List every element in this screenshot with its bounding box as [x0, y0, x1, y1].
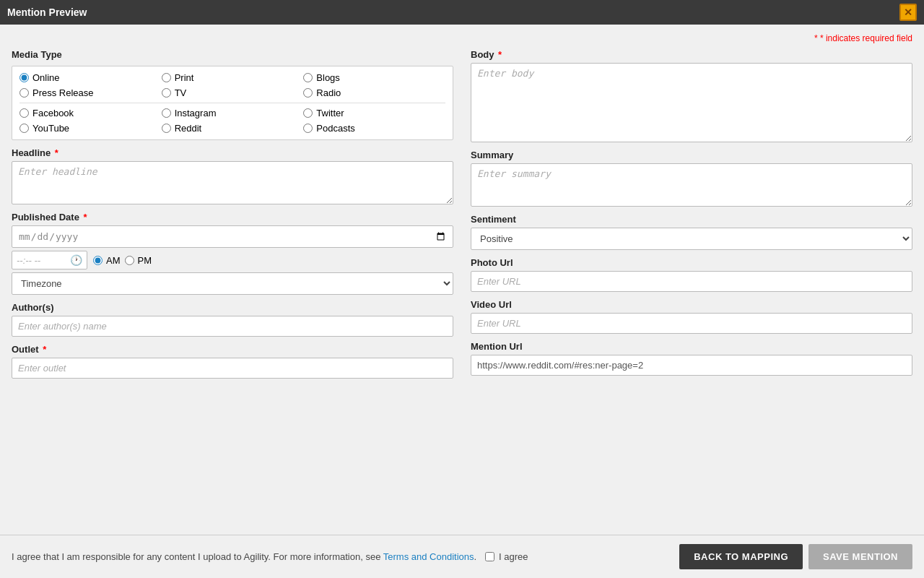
left-column: Media Type Online Print Blogs: [12, 49, 453, 526]
headline-group: Headline *: [12, 147, 453, 204]
radio-podcasts[interactable]: Podcasts: [303, 123, 445, 134]
radio-online[interactable]: Online: [19, 72, 162, 83]
published-date-group: Published Date * 🕐 AM: [12, 212, 453, 295]
radio-radio[interactable]: Radio: [303, 87, 445, 98]
video-url-group: Video Url: [471, 299, 912, 334]
headline-label: Headline *: [12, 147, 453, 158]
footer-agreement: I agree that I am responsible for any co…: [12, 551, 679, 562]
mention-url-group: Mention Url: [471, 341, 912, 376]
radio-divider: [19, 103, 445, 103]
photo-url-input[interactable]: [471, 271, 912, 292]
main-grid: Media Type Online Print Blogs: [12, 49, 912, 526]
sentiment-select[interactable]: Positive Neutral Negative: [471, 228, 912, 250]
radio-twitter-input[interactable]: [303, 108, 313, 118]
radio-youtube-input[interactable]: [19, 124, 29, 133]
media-type-row2: Facebook Instagram Twitter YouTube: [19, 108, 445, 134]
radio-instagram-input[interactable]: [162, 108, 171, 118]
radio-reddit[interactable]: Reddit: [162, 123, 304, 134]
radio-press-release[interactable]: Press Release: [19, 87, 162, 98]
agree-checkbox-wrap: I agree: [485, 551, 528, 562]
window-title: Mention Preview: [7, 7, 87, 18]
sentiment-group: Sentiment Positive Neutral Negative: [471, 214, 912, 250]
media-type-label: Media Type: [12, 49, 453, 60]
photo-url-group: Photo Url: [471, 257, 912, 292]
radio-blogs-input[interactable]: [303, 73, 313, 82]
body-label: Body *: [471, 49, 912, 60]
terms-link[interactable]: Terms and Conditions: [383, 551, 474, 562]
back-to-mapping-button[interactable]: BACK TO MAPPING: [679, 544, 803, 569]
bottom-bar: I agree that I am responsible for any co…: [0, 535, 924, 578]
save-mention-button[interactable]: SAVE MENTION: [808, 544, 912, 569]
radio-press-release-input[interactable]: [19, 88, 29, 98]
summary-label: Summary: [471, 150, 912, 160]
sentiment-label: Sentiment: [471, 214, 912, 225]
radio-tv-input[interactable]: [162, 88, 171, 98]
mention-preview-window: Mention Preview ✕ * * indicates required…: [0, 0, 924, 578]
date-input[interactable]: [12, 225, 453, 248]
body-group: Body *: [471, 49, 912, 142]
mention-url-label: Mention Url: [471, 341, 912, 352]
summary-input[interactable]: [471, 163, 912, 207]
required-star: *: [814, 33, 818, 43]
media-type-row1: Online Print Blogs Press Release: [19, 72, 445, 98]
outlet-group: Outlet *: [12, 344, 453, 379]
ampm-group: AM PM: [93, 255, 152, 266]
radio-twitter[interactable]: Twitter: [303, 108, 445, 118]
media-type-group: Media Type Online Print Blogs: [12, 49, 453, 140]
right-column: Body * Summary Sentiment Positive Neutra…: [471, 49, 912, 526]
clock-icon: 🕐: [70, 254, 82, 266]
radio-pm[interactable]: PM: [125, 255, 152, 266]
photo-url-label: Photo Url: [471, 257, 912, 268]
mention-url-input[interactable]: [471, 355, 912, 376]
content-area: * * indicates required field Media Type …: [0, 25, 924, 535]
agreement-text: I agree that I am responsible for any co…: [12, 551, 476, 562]
radio-am-input[interactable]: [93, 256, 103, 265]
summary-group: Summary: [471, 150, 912, 207]
radio-online-input[interactable]: [19, 73, 29, 82]
agree-label: I agree: [499, 551, 528, 562]
video-url-input[interactable]: [471, 313, 912, 334]
radio-instagram[interactable]: Instagram: [162, 108, 304, 118]
body-input[interactable]: [471, 63, 912, 142]
radio-blogs[interactable]: Blogs: [303, 72, 445, 83]
radio-youtube[interactable]: YouTube: [19, 123, 162, 134]
timezone-select[interactable]: Timezone UTC EST CST PST: [12, 272, 453, 295]
time-input[interactable]: [17, 255, 67, 266]
radio-pm-input[interactable]: [125, 256, 134, 265]
authors-group: Author(s): [12, 302, 453, 337]
time-input-wrap: 🕐: [12, 251, 87, 269]
required-note: * * indicates required field: [12, 33, 912, 43]
published-date-label: Published Date *: [12, 212, 453, 223]
radio-print[interactable]: Print: [162, 72, 304, 83]
media-type-box: Online Print Blogs Press Release: [12, 66, 453, 140]
radio-facebook[interactable]: Facebook: [19, 108, 162, 118]
authors-label: Author(s): [12, 302, 453, 313]
outlet-label: Outlet *: [12, 344, 453, 355]
agree-checkbox[interactable]: [485, 552, 494, 561]
authors-input[interactable]: [12, 316, 453, 337]
radio-tv[interactable]: TV: [162, 87, 304, 98]
video-url-label: Video Url: [471, 299, 912, 310]
outlet-input[interactable]: [12, 358, 453, 379]
radio-facebook-input[interactable]: [19, 108, 29, 118]
time-row: 🕐 AM PM: [12, 251, 453, 269]
radio-radio-input[interactable]: [303, 88, 313, 98]
radio-podcasts-input[interactable]: [303, 124, 313, 133]
title-bar: Mention Preview ✕: [0, 0, 924, 25]
action-buttons: BACK TO MAPPING SAVE MENTION: [679, 544, 912, 569]
radio-print-input[interactable]: [162, 73, 171, 82]
radio-reddit-input[interactable]: [162, 124, 171, 133]
radio-am[interactable]: AM: [93, 255, 121, 266]
headline-input[interactable]: [12, 161, 453, 204]
close-button[interactable]: ✕: [899, 4, 917, 21]
